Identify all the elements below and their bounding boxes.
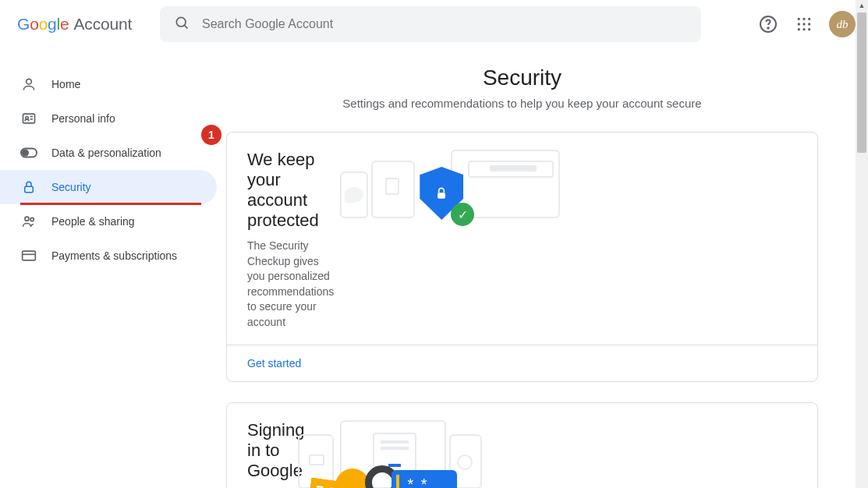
svg-point-8 (802, 23, 805, 25)
svg-point-7 (798, 23, 800, 25)
scroll-up-icon[interactable]: ▲ (857, 0, 866, 11)
svg-point-21 (25, 217, 29, 221)
lock-icon (20, 179, 37, 195)
svg-point-3 (767, 27, 769, 29)
page-subtitle: Settings and recommendations to help you… (226, 97, 818, 110)
sidebar-item-label: Payments & subscriptions (51, 249, 177, 262)
svg-point-9 (808, 23, 810, 25)
apps-grid-icon[interactable] (793, 13, 815, 35)
svg-point-11 (802, 28, 805, 30)
sidebar-item-home[interactable]: Home (0, 67, 217, 101)
card-title: Signing in to Google (247, 420, 304, 481)
svg-point-5 (802, 18, 805, 20)
svg-point-6 (808, 18, 810, 20)
sidebar-item-label: Data & personalization (51, 147, 161, 159)
sidebar-item-label: Home (51, 78, 80, 90)
svg-rect-14 (23, 114, 35, 123)
svg-line-1 (185, 26, 188, 29)
svg-rect-23 (23, 251, 36, 260)
password-field-graphic: * * (391, 470, 457, 488)
svg-point-15 (26, 117, 28, 119)
search-icon (174, 15, 190, 34)
sidebar: Home Personal info Data & personalizatio… (0, 65, 226, 488)
people-icon (20, 214, 37, 229)
svg-point-0 (176, 17, 186, 27)
page-title: Security (226, 65, 818, 90)
svg-point-19 (23, 150, 28, 155)
check-icon: ✓ (451, 203, 474, 226)
home-icon (20, 76, 37, 92)
svg-rect-25 (438, 193, 445, 199)
svg-point-10 (798, 28, 800, 30)
card-icon (20, 249, 37, 262)
search-input[interactable] (202, 17, 687, 31)
svg-point-12 (808, 28, 810, 30)
sidebar-item-personal[interactable]: Personal info (0, 101, 217, 136)
svg-point-4 (798, 18, 800, 20)
svg-rect-20 (25, 186, 34, 193)
search-bar[interactable] (160, 6, 701, 42)
card-account-protected: We keep your account protected The Secur… (226, 132, 818, 382)
sidebar-item-label: Personal info (51, 112, 115, 125)
sidebar-item-label: People & sharing (51, 215, 135, 228)
card-signing-in: Signing in to Google * * (226, 402, 818, 488)
card-desc: The Security Checkup gives you personali… (247, 239, 334, 331)
toggle-icon (20, 147, 37, 158)
scroll-thumb[interactable] (857, 12, 866, 153)
sidebar-item-data[interactable]: Data & personalization (0, 136, 217, 170)
help-icon[interactable] (757, 13, 779, 35)
logo-account-text: Account (74, 15, 132, 34)
svg-point-13 (27, 79, 32, 84)
sidebar-item-security[interactable]: Security (0, 170, 217, 204)
logo: Google Account (17, 15, 132, 34)
signin-illustration: * * (304, 420, 797, 488)
svg-point-22 (30, 217, 34, 221)
main-content: Security Settings and recommendations to… (226, 65, 868, 488)
get-started-link[interactable]: Get started (247, 357, 301, 370)
avatar[interactable]: db (829, 11, 856, 37)
scrollbar[interactable]: ▲ (856, 0, 868, 488)
sidebar-item-people[interactable]: People & sharing (0, 204, 217, 239)
protected-illustration: ✓ (334, 150, 797, 228)
annotation-badge-1: 1 (201, 125, 221, 145)
card-title: We keep your account protected (247, 150, 334, 231)
sidebar-item-label: Security (51, 181, 91, 193)
sidebar-item-payments[interactable]: Payments & subscriptions (0, 239, 217, 273)
header: Google Account db (0, 0, 868, 48)
personal-info-icon (20, 111, 37, 126)
